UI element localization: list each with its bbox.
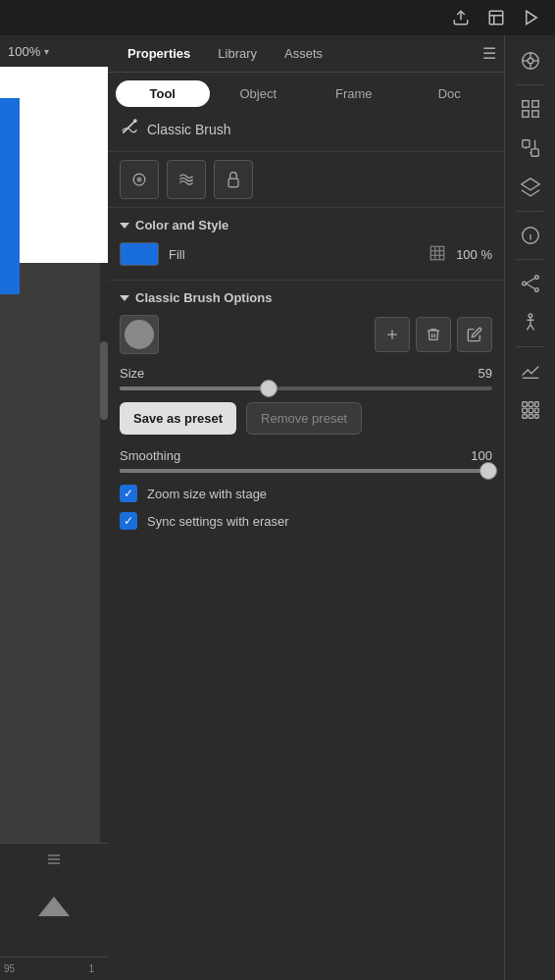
svg-point-30 <box>534 288 538 292</box>
svg-rect-1 <box>489 11 503 25</box>
brush-icon <box>120 117 139 141</box>
svg-marker-24 <box>521 179 538 190</box>
brush-options-title: Classic Brush Options <box>135 290 272 305</box>
svg-point-28 <box>522 282 526 285</box>
brush-icons-row <box>108 152 504 208</box>
svg-rect-15 <box>522 101 528 107</box>
tab-object[interactable]: Object <box>212 80 306 107</box>
size-slider-thumb[interactable] <box>260 380 278 397</box>
sync-settings-label: Sync settings with eraser <box>147 514 289 529</box>
size-value: 59 <box>479 366 492 381</box>
mountain-icon-area <box>0 897 108 916</box>
tab-properties[interactable]: Properties <box>116 40 202 67</box>
svg-point-50 <box>137 178 142 182</box>
puppet-icon[interactable] <box>513 305 548 340</box>
svg-rect-44 <box>534 408 538 413</box>
zoom-arrow-icon[interactable]: ▾ <box>44 46 49 57</box>
nodes-icon[interactable] <box>513 266 548 301</box>
preset-preview[interactable] <box>120 315 159 354</box>
smoothing-row: Smoothing 100 <box>120 448 492 463</box>
svg-rect-46 <box>529 415 533 419</box>
info-icon[interactable] <box>513 218 548 253</box>
zoom-value: 100% <box>8 44 40 59</box>
zoom-size-label: Zoom size with stage <box>147 487 267 501</box>
preset-buttons <box>375 317 492 352</box>
svg-point-33 <box>529 314 532 318</box>
scrollbar-thumb[interactable] <box>100 341 108 420</box>
panel-header: Properties Library Assets ☰ <box>108 35 504 73</box>
fill-pattern-icon[interactable] <box>429 244 446 265</box>
sync-settings-checkbox[interactable]: ✓ <box>120 512 137 530</box>
layers-icon[interactable] <box>513 170 548 205</box>
size-slider-track[interactable] <box>120 387 492 390</box>
upload-icon[interactable] <box>447 4 475 31</box>
ruler-num-1: 95 <box>4 963 15 974</box>
svg-rect-52 <box>430 246 444 260</box>
preset-add-button[interactable] <box>375 317 410 352</box>
svg-rect-41 <box>534 402 538 407</box>
color-wheel-icon[interactable] <box>513 43 548 78</box>
brush-options-section: Classic Brush Options <box>108 281 504 549</box>
action-btns-row: Save as preset Remove preset <box>120 402 492 435</box>
color-style-chevron[interactable] <box>120 223 129 229</box>
zoom-size-checkbox[interactable]: ✓ <box>120 485 137 502</box>
svg-marker-8 <box>38 897 70 916</box>
sidebar-divider-4 <box>517 346 544 347</box>
tab-assets[interactable]: Assets <box>273 40 334 67</box>
canvas-bottom-icons <box>0 844 108 867</box>
svg-rect-16 <box>531 101 537 107</box>
svg-rect-47 <box>534 415 538 419</box>
preset-delete-button[interactable] <box>416 317 451 352</box>
properties-panel: Properties Library Assets ☰ Tool Object … <box>108 35 504 980</box>
tab-tool[interactable]: Tool <box>116 80 210 107</box>
smoothing-label: Smoothing <box>120 448 180 463</box>
zoom-size-row: ✓ Zoom size with stage <box>120 485 492 502</box>
hamburger-icon <box>46 851 62 867</box>
svg-point-29 <box>534 276 538 280</box>
sync-settings-row: ✓ Sync settings with eraser <box>120 512 492 530</box>
ruler-num-2: 1 <box>88 963 94 974</box>
brush-shape-icon[interactable] <box>120 160 159 199</box>
tab-doc[interactable]: Doc <box>403 80 497 107</box>
color-style-header: Color and Style <box>120 218 492 232</box>
svg-line-31 <box>526 279 534 284</box>
color-and-style-section: Color and Style Fill 100 % <box>108 208 504 280</box>
remove-preset-button[interactable]: Remove preset <box>246 402 362 435</box>
transform-icon[interactable] <box>513 130 548 166</box>
brush-lock-icon[interactable] <box>214 160 253 199</box>
canvas-area: 100% ▾ 95 1 <box>0 35 108 980</box>
layout-icon[interactable] <box>482 4 510 31</box>
fill-color-swatch[interactable] <box>120 242 159 266</box>
size-row: Size 59 <box>120 366 492 381</box>
smoothing-slider-track[interactable] <box>120 469 492 473</box>
svg-line-37 <box>530 325 534 331</box>
svg-rect-43 <box>529 408 533 413</box>
smoothing-value: 100 <box>471 448 492 463</box>
panel-menu-icon[interactable]: ☰ <box>482 44 496 63</box>
fill-percent: 100 % <box>456 247 492 262</box>
size-slider-fill <box>120 387 269 390</box>
brush-texture-icon[interactable] <box>167 160 206 199</box>
right-sidebar <box>504 35 555 980</box>
grid-icon[interactable] <box>513 91 548 127</box>
sidebar-divider-1 <box>517 84 544 85</box>
preset-edit-button[interactable] <box>457 317 492 352</box>
sidebar-divider-3 <box>517 259 544 260</box>
zoom-bar[interactable]: 100% ▾ <box>0 35 108 67</box>
svg-rect-39 <box>522 402 527 407</box>
svg-rect-19 <box>522 140 529 147</box>
tab-frame[interactable]: Frame <box>307 80 401 107</box>
svg-rect-18 <box>531 111 537 117</box>
preset-row <box>120 315 492 354</box>
brush-name-text: Classic Brush <box>147 122 231 137</box>
brush-options-chevron[interactable] <box>120 295 129 301</box>
smoothing-slider-thumb[interactable] <box>479 462 497 480</box>
canvas-preview <box>0 67 108 263</box>
save-preset-button[interactable]: Save as preset <box>120 402 236 435</box>
vertical-scrollbar[interactable] <box>100 263 108 851</box>
symbols-icon[interactable] <box>513 392 548 428</box>
tab-library[interactable]: Library <box>206 40 269 67</box>
graph-icon[interactable] <box>513 353 548 388</box>
canvas-bottom: 95 1 <box>0 843 108 980</box>
play-icon[interactable] <box>518 4 545 31</box>
